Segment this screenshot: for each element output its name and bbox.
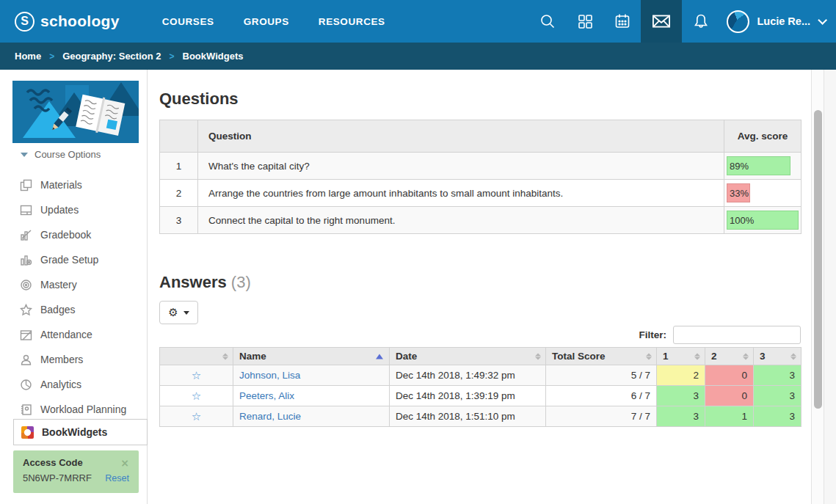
question-text: What's the capital city?	[198, 153, 724, 180]
nav-link-courses[interactable]: COURSES	[162, 16, 214, 27]
question-row: 3 Connect the capital to the right monum…	[160, 207, 802, 234]
search-icon[interactable]	[528, 0, 566, 43]
answers-header-total[interactable]: Total Score	[546, 348, 657, 365]
sort-icon	[694, 353, 700, 359]
answers-header-date[interactable]: Date	[390, 348, 546, 365]
star-icon[interactable]: ☆	[192, 410, 201, 423]
answers-header-row: Name Date Total Score 1 2 3	[160, 348, 802, 365]
access-code-reset-link[interactable]: Reset	[105, 473, 129, 483]
avg-score-bar: 100%	[727, 211, 799, 230]
question-text: Arrange the countries from large amount …	[198, 180, 724, 207]
total-score: 5 / 7	[546, 365, 657, 386]
sort-icon	[790, 353, 796, 359]
window-gutter	[824, 70, 836, 504]
sidebar-item-mastery[interactable]: Mastery	[0, 272, 148, 297]
gear-icon: ⚙	[168, 307, 178, 318]
sort-ascending-icon	[376, 354, 383, 359]
main-content: Questions Question Avg. score 1 What's t…	[148, 70, 811, 504]
chevron-down-icon[interactable]	[818, 15, 827, 25]
schoology-wordmark: schoology	[40, 12, 120, 30]
answers-header-name[interactable]: Name	[233, 348, 390, 365]
question-row: 1 What's the capital city? 89%	[160, 153, 802, 180]
schoology-logo[interactable]: S schoology	[15, 12, 120, 32]
sidebar-item-grade-setup[interactable]: Grade Setup	[0, 247, 148, 272]
apps-grid-icon[interactable]	[566, 0, 603, 43]
answer-date: Dec 14th 2018, 1:51:10 pm	[390, 406, 546, 427]
materials-icon	[20, 179, 32, 191]
questions-header-row: Question Avg. score	[160, 120, 802, 153]
sort-icon	[646, 353, 652, 359]
breadcrumb-course[interactable]: Geography: Section 2	[62, 51, 161, 62]
question-score: 2	[657, 365, 705, 386]
nav-link-resources[interactable]: RESOURCES	[319, 16, 385, 27]
questions-header-num	[160, 120, 198, 153]
members-icon	[20, 354, 32, 366]
analytics-icon	[20, 379, 32, 391]
star-icon[interactable]: ☆	[192, 390, 201, 403]
sort-icon	[535, 353, 541, 359]
answer-date: Dec 14th 2018, 1:49:32 pm	[390, 365, 546, 386]
messages-icon[interactable]	[641, 0, 682, 43]
sidebar-item-attendance[interactable]: Attendance	[0, 322, 148, 347]
filter-input[interactable]	[673, 326, 801, 344]
student-name-link[interactable]: Renard, Lucie	[239, 411, 301, 422]
avg-score-bar: 33%	[727, 183, 750, 202]
breadcrumb-current: BookWidgets	[183, 51, 244, 62]
access-code-panel: Access Code × 5N6WP-7MRRF Reset	[13, 450, 139, 493]
question-score: 1	[705, 406, 754, 427]
answers-header-star[interactable]	[160, 348, 233, 365]
answer-date: Dec 14th 2018, 1:39:19 pm	[390, 386, 546, 406]
breadcrumb: Home > Geography: Section 2 > BookWidget…	[0, 43, 836, 70]
vertical-scrollbar[interactable]	[811, 70, 824, 504]
scrollbar-thumb[interactable]	[814, 110, 822, 409]
star-icon[interactable]: ☆	[192, 369, 201, 382]
answer-row: ☆ Renard, Lucie Dec 14th 2018, 1:51:10 p…	[160, 406, 802, 427]
user-menu[interactable]: Lucie Re...	[719, 10, 836, 33]
question-number: 2	[160, 180, 198, 207]
course-options-toggle[interactable]: Course Options	[21, 149, 101, 160]
sidebar-item-updates[interactable]: Updates	[0, 197, 148, 222]
student-name-link[interactable]: Johnson, Lisa	[239, 370, 300, 381]
answers-header-q2[interactable]: 2	[705, 348, 754, 365]
settings-dropdown-button[interactable]: ⚙	[159, 301, 198, 324]
answers-header-q1[interactable]: 1	[657, 348, 705, 365]
notifications-icon[interactable]	[682, 0, 719, 43]
access-code-value: 5N6WP-7MRRF	[23, 472, 92, 483]
question-score: 0	[705, 386, 754, 406]
sidebar-item-materials[interactable]: Materials	[0, 172, 148, 197]
sidebar-item-analytics[interactable]: Analytics	[0, 372, 148, 397]
question-score: 3	[754, 386, 802, 406]
user-name[interactable]: Lucie Re...	[757, 15, 810, 27]
mastery-icon	[20, 279, 32, 291]
sidebar-item-members[interactable]: Members	[0, 347, 148, 372]
question-row: 2 Arrange the countries from large amoun…	[160, 180, 802, 207]
access-code-title: Access Code	[23, 457, 83, 468]
breadcrumb-separator: >	[170, 51, 175, 62]
badges-icon	[20, 304, 32, 316]
sidebar-item-bookwidgets[interactable]: BookWidgets	[13, 419, 148, 445]
answers-title: Answers	[159, 273, 227, 291]
calendar-icon[interactable]	[603, 0, 641, 43]
avatar[interactable]	[727, 10, 749, 33]
nav-link-groups[interactable]: GROUPS	[244, 16, 289, 27]
filter-label: Filter:	[639, 329, 666, 340]
answers-header-q3[interactable]: 3	[754, 348, 802, 365]
answers-count: (3)	[231, 273, 251, 291]
bookwidgets-icon	[21, 426, 34, 439]
student-name-link[interactable]: Peeters, Alix	[239, 390, 294, 401]
question-score: 0	[705, 365, 754, 386]
sidebar-item-badges[interactable]: Badges	[0, 297, 148, 322]
close-icon[interactable]: ×	[120, 459, 129, 467]
question-score: 3	[657, 406, 705, 427]
schoology-s-icon: S	[15, 12, 34, 32]
course-image[interactable]	[12, 81, 139, 143]
breadcrumb-home[interactable]: Home	[15, 51, 41, 62]
answers-heading: Answers (3)	[159, 273, 251, 292]
question-score: 3	[657, 386, 705, 406]
sort-icon	[743, 353, 749, 359]
sidebar-item-workload-planning[interactable]: Workload Planning	[0, 397, 148, 422]
sidebar-item-gradebook[interactable]: Gradebook	[0, 222, 148, 247]
answers-table: Name Date Total Score 1 2 3 ☆ Johnson, L…	[159, 347, 802, 427]
answer-row: ☆ Peeters, Alix Dec 14th 2018, 1:39:19 p…	[160, 386, 802, 406]
gradebook-icon	[20, 229, 32, 241]
